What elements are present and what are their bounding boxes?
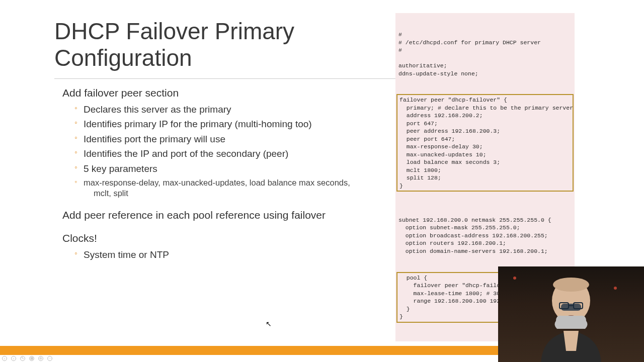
sub-bullet-item: max-response-delay, max-unacked-updates,… <box>74 177 376 189</box>
menu-icon[interactable]: ⋯ <box>47 356 52 361</box>
section-heading-2: Add peer reference in each pool referenc… <box>62 209 376 221</box>
section-heading-3: Clocks! <box>62 232 376 244</box>
background-light <box>513 277 516 280</box>
code-header: # # /etc/dhcpd.conf for primary DHCP ser… <box>398 31 572 77</box>
sub-bullet-continuation: mclt, split <box>94 189 376 198</box>
bullet-list-3: System time or NTP <box>74 247 376 262</box>
svg-point-1 <box>553 278 589 292</box>
presenter-figure <box>526 270 616 362</box>
bullet-item: System time or NTP <box>74 247 376 262</box>
slide-content: DHCP Failover Primary Configuration Add … <box>54 18 376 262</box>
zoom-icon[interactable]: ⊕ <box>38 356 43 361</box>
presenter-webcam <box>498 266 644 362</box>
bullet-item: Declares this server as the primary <box>74 102 376 117</box>
section-heading-1: Add failover peer section <box>62 87 376 99</box>
bullet-list-1: Declares this server as the primary Iden… <box>74 102 376 176</box>
slide: DHCP Failover Primary Configuration Add … <box>0 0 644 362</box>
presenter-toolbar: ‹ › ✎ ▦ ⊕ ⋯ <box>2 355 52 362</box>
svg-rect-2 <box>561 304 581 311</box>
see-all-slides-icon[interactable]: ▦ <box>29 356 34 361</box>
pen-tool-icon[interactable]: ✎ <box>20 356 25 361</box>
bullet-item: 5 key parameters <box>74 161 376 176</box>
code-failover-block: failover peer "dhcp-failover" { primary;… <box>396 94 574 192</box>
bullet-item: Identifies primary IP for the primary (m… <box>74 117 376 131</box>
mouse-cursor-icon: ↖ <box>266 320 272 328</box>
sub-bullet-list: max-response-delay, max-unacked-updates,… <box>74 177 376 189</box>
bullet-item: Identifies the IP and port of the second… <box>74 146 376 161</box>
next-slide-icon[interactable]: › <box>11 356 16 361</box>
bullet-item: Identifies port the primary will use <box>74 132 376 146</box>
code-subnet-block: subnet 192.168.200.0 netmask 255.255.255… <box>398 208 572 255</box>
prev-slide-icon[interactable]: ‹ <box>2 356 7 361</box>
slide-title: DHCP Failover Primary Configuration <box>54 18 376 71</box>
